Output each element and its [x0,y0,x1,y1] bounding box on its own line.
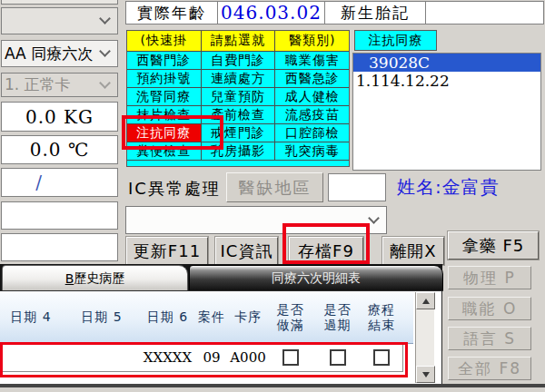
header-line: 做滿 [277,318,304,333]
save-f9-button[interactable]: 存檔F9 [289,237,363,265]
quick-item-appointment[interactable]: 預約掛號 [127,70,202,87]
quick-header-cell: 醫類別) [275,31,349,51]
header-line: 療程 [368,302,395,318]
col-header-date5: 日期 5 [62,291,143,344]
occupational-therapy-button[interactable]: 職能 O [448,297,531,320]
col-header-card-seq: 卡序 [230,291,267,344]
header-line: 是否 [324,302,352,318]
actual-age-label: 實際年齡 [126,2,218,24]
row-cell-date6[interactable]: XXXXX [142,343,194,372]
quick-registration-panel: (快速掛 請點選就 醫類別) 西醫門診 自費門診 職業傷害 預約掛號 連續處方 … [126,30,350,167]
visit-type-dropdown[interactable]: AA 同療六次 [1,40,118,67]
col-header-expired: 是否 過期 [314,291,362,344]
card-type-value: 1. 正常卡 [5,74,71,95]
chevron-down-icon [101,16,110,25]
physical-therapy-button[interactable]: 物理 P [448,266,531,289]
scroll-down-button[interactable] [416,366,435,383]
info-bar-empty-cell [426,2,543,24]
row-cell-card-seq[interactable]: A000 [230,343,267,372]
ic-info-button[interactable]: IC資訊 [215,237,278,265]
patient-name-text: 姓名:金富貴 [397,175,500,200]
list-item-selected[interactable]: 39028C [353,54,540,72]
card-type-dropdown[interactable]: 1. 正常卡 [1,73,118,97]
course-list-title: 注抗同療 [354,30,437,51]
table-vertical-scrollbar[interactable] [415,292,434,383]
quick-item-pap-smear[interactable]: 抹片檢查 [127,106,202,123]
row-cell-date5[interactable] [62,343,143,372]
row-cell-date4[interactable] [0,343,63,372]
quick-item-stool-test[interactable]: 糞便檢查 [127,142,202,160]
blood-pressure-input[interactable]: / [1,168,118,197]
quick-item-western-emergency[interactable]: 西醫急診 [275,70,349,87]
quick-row: 抹片檢查 產前檢查 流感疫苗 [127,106,349,124]
quick-item-prenatal-checkup[interactable]: 產前檢查 [202,106,276,123]
ic-error-input[interactable] [328,173,386,201]
course-detail-table: 日期 4 日期 5 日期 6 案件 卡序 是否 做滿 是否 過期 療程 結束 X… [0,290,442,385]
row-cell-expired [314,343,362,372]
empty-dropdown[interactable] [1,7,118,34]
tab-course-detail[interactable]: 同療六次明細表 [189,265,443,291]
weight-input[interactable]: 0.0 KG [1,102,118,132]
left-partial-box [1,0,118,5]
quick-item-injection-course[interactable]: 注抗同療 [127,124,202,142]
course-end-checkbox[interactable] [373,349,390,366]
expired-checkbox[interactable] [330,349,346,366]
bottom-divider [0,384,545,387]
chevron-down-icon [101,49,110,58]
tab-history-records[interactable]: B 歷史病歷 [2,265,188,291]
quick-item-child-prevention[interactable]: 兒童預防 [202,88,276,105]
header-line: 過期 [324,318,352,333]
col-header-filler [402,291,413,344]
tab-strip: B 歷史病歷 同療六次明細表 [0,264,442,290]
col-header-completed: 是否 做滿 [266,291,315,344]
get-medicine-f5-button[interactable]: 拿藥 F5 [448,231,539,260]
col-header-date6: 日期 6 [142,291,194,344]
update-f11-button[interactable]: 更新F11 [126,237,208,265]
ic-error-label: IC異常處理 [128,178,221,200]
quick-item-western-outpatient[interactable]: 西醫門診 [127,52,202,69]
all-f8-button[interactable]: 全部 F8 [448,357,531,380]
left-empty-input-2[interactable] [1,233,118,261]
quick-item-adult-checkup[interactable]: 成人健檢 [275,88,349,105]
left-empty-input-1[interactable] [1,201,118,230]
temperature-input[interactable]: 0.0 ℃ [1,135,118,164]
ic-error-dropdown[interactable] [125,206,387,234]
quick-item-mammography[interactable]: 乳房攝影 [202,142,276,160]
quick-item-dialysis-course[interactable]: 洗腎同療 [127,88,202,105]
header-line: 是否 [277,302,304,318]
quick-item-occupational-injury[interactable]: 職業傷害 [275,52,349,69]
quick-item-oral-screening[interactable]: 口腔篩檢 [275,124,349,142]
visit-type-value: AA 同療六次 [5,44,93,64]
col-header-course-end: 療程 結束 [361,291,403,344]
clinic-registration-window: 實際年齡 046.03.02 新生胎記 AA 同療六次 1. 正常卡 0.0 K… [0,0,545,392]
speech-therapy-button[interactable]: 語言 S [448,327,531,350]
exit-button[interactable]: 離開X [382,237,444,265]
quick-header-cell: 請點選就 [202,31,276,51]
scroll-up-button[interactable] [416,292,435,309]
tab-history-accesskey: B [65,271,74,286]
actual-age-value: 046.03.02 [218,2,325,24]
quick-row: 預約掛號 連續處方 西醫急診 [127,70,349,88]
quick-item-flu-vaccine[interactable]: 流感疫苗 [275,106,349,123]
header-line: 結束 [368,318,395,333]
row-cell-course-end [361,343,403,372]
tab-history-label: 歷史病歷 [74,270,124,287]
newborn-birthmark-button[interactable]: 新生胎記 [325,2,426,24]
quick-item-hpv[interactable]: 乳突病毒 [275,142,349,160]
quick-header-cell: (快速掛 [127,31,202,51]
quick-panel-header: (快速掛 請點選就 醫類別) [127,31,349,52]
quick-item-smoking-cessation[interactable]: 戒煙門診 [202,124,276,142]
arrow-down-icon [422,372,430,377]
completed-checkbox[interactable] [282,349,299,366]
row-cell-case[interactable]: 09 [193,343,231,372]
quick-item-self-pay[interactable]: 自費門診 [202,52,276,69]
quick-row: 洗腎同療 兒童預防 成人健檢 [127,88,349,106]
quick-row: 糞便檢查 乳房攝影 乳突病毒 [127,142,349,161]
quick-item-continuous-prescription[interactable]: 連續處方 [202,70,276,87]
course-listbox[interactable]: 39028C 1.114.12.22 [352,53,541,171]
arrow-up-icon [422,299,430,304]
shortage-area-button[interactable]: 醫缺地區 [226,172,323,202]
row-cell-completed [266,343,315,372]
list-item[interactable]: 1.114.12.22 [353,72,540,90]
quick-row: 注抗同療 戒煙門診 口腔篩檢 [127,124,349,142]
